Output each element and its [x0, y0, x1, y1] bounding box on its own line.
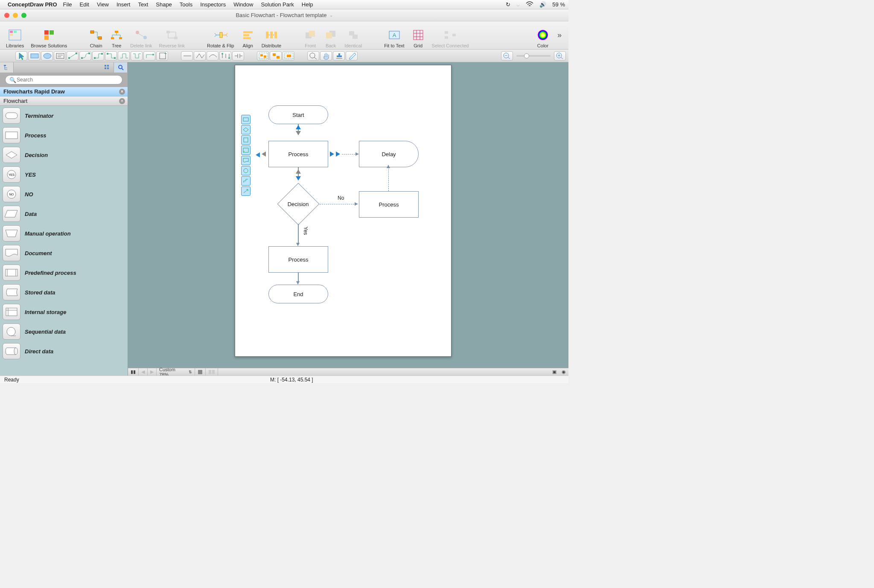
- pointer-tool[interactable]: [15, 51, 27, 61]
- battery-percent[interactable]: 59 %: [552, 1, 565, 8]
- toolbar-overflow-icon[interactable]: »: [553, 31, 566, 40]
- menu-help[interactable]: Help: [302, 1, 313, 8]
- line-tool-1[interactable]: [181, 51, 193, 61]
- grid-button[interactable]: Grid: [408, 23, 428, 48]
- shape-stored-data[interactable]: Stored data: [0, 282, 128, 302]
- handle-circle[interactable]: [241, 166, 251, 175]
- close-button[interactable]: [4, 13, 9, 18]
- line-tool-3[interactable]: [207, 51, 218, 61]
- shape-sequential-data[interactable]: Sequential data: [0, 322, 128, 341]
- flowchart-process-1[interactable]: Process: [268, 141, 328, 167]
- connector-6[interactable]: [131, 51, 143, 61]
- canvas[interactable]: Start Process Delay Decision No: [128, 62, 568, 376]
- shape-predefined-process[interactable]: Predefined process: [0, 263, 128, 282]
- flowchart-delay[interactable]: Delay: [359, 141, 419, 167]
- shape-direct-data[interactable]: Direct data: [0, 341, 128, 361]
- selection-arrow-right-2[interactable]: [336, 151, 340, 157]
- select-connected-button[interactable]: Select Connected: [428, 23, 472, 48]
- delete-link-button[interactable]: Delete link: [127, 23, 155, 48]
- new-page-tool[interactable]: +: [156, 51, 168, 61]
- maximize-button[interactable]: [21, 13, 26, 18]
- group-tool-3[interactable]: [283, 51, 294, 61]
- menu-edit[interactable]: Edit: [80, 1, 89, 8]
- selection-arrow-down[interactable]: [296, 176, 301, 180]
- sidebar-tab-tree[interactable]: [0, 62, 14, 73]
- zoom-in-button[interactable]: [554, 51, 566, 61]
- bluetooth-icon[interactable]: ⌵: [516, 1, 520, 8]
- close-icon[interactable]: ×: [119, 98, 125, 104]
- shape-decision[interactable]: Decision: [0, 145, 128, 165]
- flowchart-end[interactable]: End: [268, 285, 328, 303]
- view-mode-1[interactable]: [195, 368, 206, 376]
- handle-diamond[interactable]: [241, 125, 251, 134]
- distribute-button[interactable]: Distribute: [258, 23, 285, 48]
- page-prev[interactable]: ◀: [139, 368, 148, 376]
- tree-button[interactable]: Tree: [106, 23, 127, 48]
- eyedropper-tool[interactable]: [346, 51, 358, 61]
- flowchart-process-3[interactable]: Process: [268, 246, 328, 273]
- menu-view[interactable]: View: [97, 1, 109, 8]
- flowchart-decision[interactable]: Decision: [277, 183, 320, 225]
- handle-step[interactable]: [241, 176, 251, 186]
- wifi-icon[interactable]: [526, 1, 533, 8]
- chain-button[interactable]: Chain: [86, 23, 106, 48]
- corner-widget-1[interactable]: ▣: [550, 368, 559, 376]
- sidebar-tab-search[interactable]: [114, 62, 128, 73]
- view-mode-2[interactable]: [206, 368, 218, 376]
- group-tool-2[interactable]: [270, 51, 282, 61]
- shape-internal-storage[interactable]: Internal storage: [0, 302, 128, 322]
- menu-text[interactable]: Text: [138, 1, 148, 8]
- reverse-link-button[interactable]: Reverse link: [156, 23, 189, 48]
- browse-solutions-button[interactable]: Browse Solutions: [27, 23, 70, 48]
- fit-to-text-button[interactable]: AFit to Text: [381, 23, 408, 48]
- color-button[interactable]: Color: [533, 23, 553, 48]
- shape-terminator[interactable]: Terminator: [0, 106, 128, 125]
- identical-button[interactable]: Identical: [341, 23, 365, 48]
- selection-arrow-up[interactable]: [296, 125, 301, 129]
- shape-yes[interactable]: YESYES: [0, 165, 128, 184]
- sidebar-tab-grid[interactable]: [100, 62, 114, 73]
- shape-document[interactable]: Document: [0, 243, 128, 263]
- handle-rect[interactable]: [241, 115, 251, 124]
- line-tool-4[interactable]: [219, 51, 231, 61]
- flowchart-start[interactable]: Start: [268, 105, 328, 124]
- menu-shape[interactable]: Shape: [156, 1, 172, 8]
- handle-square[interactable]: [241, 135, 251, 145]
- app-name[interactable]: ConceptDraw PRO: [8, 1, 57, 8]
- align-button[interactable]: Align: [238, 23, 258, 48]
- menu-tools[interactable]: Tools: [180, 1, 192, 8]
- libraries-button[interactable]: Libraries: [3, 23, 27, 48]
- connector-5[interactable]: [118, 51, 130, 61]
- menu-window[interactable]: Window: [233, 1, 253, 8]
- minimize-button[interactable]: [13, 13, 18, 18]
- zoom-slider[interactable]: [516, 55, 551, 57]
- line-tool-2[interactable]: [194, 51, 206, 61]
- timemachine-icon[interactable]: ↻: [506, 1, 510, 8]
- connector-1[interactable]: [67, 51, 79, 61]
- title-dropdown-icon[interactable]: ⌄: [329, 13, 333, 17]
- stamp-tool[interactable]: [333, 51, 345, 61]
- menu-inspectors[interactable]: Inspectors: [200, 1, 226, 8]
- panel-toggle[interactable]: ▮▮: [128, 368, 139, 376]
- zoom-label[interactable]: Custom 78%: [159, 367, 184, 376]
- connector-4[interactable]: [105, 51, 117, 61]
- line-tool-5[interactable]: [232, 51, 244, 61]
- menu-solutionpark[interactable]: Solution Park: [261, 1, 294, 8]
- menu-insert[interactable]: Insert: [117, 1, 131, 8]
- flowchart-process-2[interactable]: Process: [359, 191, 419, 218]
- pan-tool[interactable]: [320, 51, 332, 61]
- corner-widget-2[interactable]: ◉: [559, 368, 568, 376]
- close-icon[interactable]: ×: [119, 89, 125, 95]
- back-button[interactable]: Back: [320, 23, 341, 48]
- rect-tool[interactable]: [28, 51, 40, 61]
- shape-no[interactable]: NONO: [0, 184, 128, 204]
- text-tool[interactable]: [54, 51, 66, 61]
- search-input[interactable]: [5, 75, 122, 84]
- shape-data[interactable]: Data: [0, 204, 128, 224]
- group-tool-1[interactable]: [257, 51, 269, 61]
- page-next[interactable]: ▶: [148, 368, 157, 376]
- handle-pointer-left[interactable]: [256, 152, 260, 157]
- connector-7[interactable]: [143, 51, 155, 61]
- library-header-flowchart[interactable]: Flowchart ×: [0, 96, 128, 106]
- handle-flag[interactable]: [241, 146, 251, 155]
